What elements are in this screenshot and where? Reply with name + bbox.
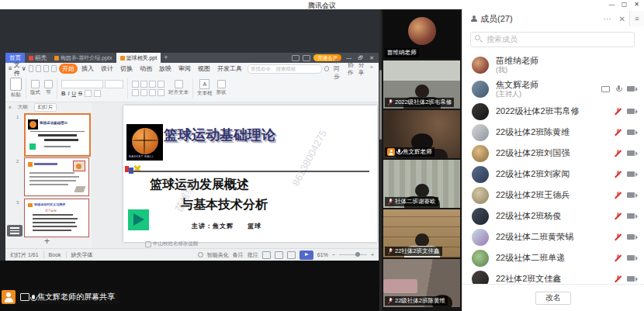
member-search-input[interactable] — [470, 32, 635, 47]
align-text-button[interactable]: 对齐文本 — [168, 80, 189, 96]
members-more-button[interactable]: ··· — [600, 15, 615, 23]
menu-item-视图[interactable]: 视图 — [195, 64, 213, 74]
strikethrough-button[interactable]: S — [78, 90, 82, 97]
member-row-1[interactable]: 苗维纳老师(我) — [462, 53, 644, 77]
save-icon[interactable] — [29, 65, 34, 72]
menu-item-动画[interactable]: 动画 — [137, 64, 155, 74]
reading-view-icon[interactable] — [287, 251, 296, 259]
highlight-color-icon[interactable] — [94, 90, 101, 97]
layout-icon — [31, 80, 40, 88]
zoom-out-button[interactable]: − — [332, 252, 335, 257]
video-strip-scrollbar[interactable] — [379, 9, 382, 311]
normal-view-icon[interactable] — [262, 251, 271, 259]
slide-thumbnail-panel: « 大纲 幻灯片 1 2 3 篮球运动基础理论 — [5, 102, 92, 248]
paragraph-tools[interactable] — [132, 81, 164, 96]
paste-button[interactable]: 粘贴 — [10, 78, 22, 98]
menu-item-开发工具[interactable]: 开发工具 — [214, 64, 245, 74]
member-row-11[interactable]: 22社体2班文佳鑫 — [462, 268, 644, 285]
shape-button[interactable]: 形状 — [216, 80, 227, 96]
document-tab-1[interactable]: 梅园养-茶叶介绍.pptx — [50, 53, 116, 63]
slide-thumbnail-1[interactable]: 篮球运动基础理论 — [24, 113, 91, 157]
member-row-3[interactable]: 2022级社体2班韦帛修 — [462, 101, 644, 122]
menu-item-开始[interactable]: 开始 — [59, 64, 78, 74]
menu-item-设计[interactable]: 设计 — [98, 64, 116, 74]
member-row-7[interactable]: 22级社体2班王德兵 — [462, 185, 644, 206]
menu-item-切换[interactable]: 切换 — [117, 64, 136, 74]
member-row-5[interactable]: 22级社体2班刘国强 — [462, 143, 644, 164]
tab-outline[interactable]: 大纲 — [15, 104, 31, 111]
new-tab-button[interactable]: + — [161, 53, 171, 63]
mic-icon — [615, 85, 621, 93]
redo-icon[interactable] — [51, 65, 57, 72]
font-color-icon[interactable] — [85, 90, 92, 97]
menu-item-插入[interactable]: 插入 — [78, 64, 97, 74]
print-icon[interactable] — [36, 65, 41, 72]
font-name-select[interactable] — [61, 80, 103, 88]
close-button[interactable]: ✕ — [631, 0, 642, 9]
member-row-4[interactable]: 22级社体2班陈黄维 — [462, 122, 644, 143]
mic-muted-icon — [387, 298, 393, 304]
video-tile-4[interactable]: 社体二班谢赛欧 — [383, 160, 460, 208]
zoom-slider[interactable] — [339, 254, 367, 256]
slide-sorter-button[interactable] — [7, 225, 23, 237]
avatar — [472, 166, 489, 183]
member-row-9[interactable]: 22级社体二班黄荣锡 — [462, 226, 644, 247]
member-name: 22社体2班文佳鑫 — [496, 274, 561, 284]
collapse-ribbon-icon[interactable]: ⌃ — [369, 65, 374, 72]
undo-icon[interactable] — [43, 65, 49, 72]
textbox-button[interactable]: A 文本框 — [197, 79, 213, 97]
camera-icon — [627, 276, 635, 282]
cloud-sync-icon — [324, 66, 329, 71]
tab-slides[interactable]: 幻灯片 — [34, 103, 57, 112]
video-tile-6[interactable]: 22级社体2班陈黄维 — [383, 259, 460, 307]
minimize-button[interactable]: — — [606, 0, 618, 9]
wps-docer-tab[interactable]: 稻壳 — [25, 53, 50, 63]
beautify-button[interactable]: 智能美化 — [207, 251, 229, 259]
member-row-6[interactable]: 22级社体2班刘家闻 — [462, 164, 644, 185]
avatar — [472, 187, 489, 204]
rename-button[interactable]: 改名 — [535, 292, 571, 305]
avatar — [472, 145, 489, 162]
video-tile-2[interactable]: 2022级社体2班韦帛修 — [383, 60, 460, 109]
current-slide[interactable]: BASKET BALL 篮球运动基础理论 篮球运动发展概述 与基本技术分析 主讲… — [123, 105, 377, 242]
slide-thumbnail-3[interactable]: 篮球运动的定义与演进 学习目标 — [24, 199, 89, 237]
command-search-input[interactable] — [248, 64, 322, 74]
section-button[interactable]: 节 — [44, 80, 53, 96]
member-name: 22级社体二班黄荣锡 — [496, 232, 573, 242]
menu-item-审阅[interactable]: 审阅 — [175, 64, 194, 74]
video-tile-3[interactable]: 焦文辉老师 — [383, 110, 460, 158]
menu-item-放映[interactable]: 放映 — [156, 64, 175, 74]
slide-thumbnail-2[interactable] — [24, 157, 89, 196]
wps-tab-bar: 首页 稻壳 梅园养-茶叶介绍.pptx篮球相关.ppt + 开通会员 — 🗗 ✕ — [5, 53, 379, 63]
slideshow-button[interactable] — [299, 251, 313, 260]
bold-button[interactable]: B — [61, 90, 65, 97]
layout-button[interactable]: 版式 — [30, 80, 40, 96]
comments-button[interactable]: 批注 — [248, 251, 258, 259]
members-title: 成员(27) — [480, 13, 513, 25]
mic-muted-icon — [614, 171, 621, 178]
member-row-10[interactable]: 22级社体二班单递 — [462, 247, 644, 268]
grid-view-icon[interactable] — [303, 55, 310, 61]
member-row-2[interactable]: 焦文辉老师(主持人) — [462, 77, 644, 101]
document-tab-2[interactable]: 篮球相关.ppt — [116, 53, 161, 63]
maximize-button[interactable]: ▢ — [618, 0, 630, 9]
zoom-in-button[interactable]: + — [371, 252, 374, 257]
members-close-button[interactable]: ✕ — [615, 15, 629, 23]
panel-menu-button[interactable]: ≡ — [629, 11, 644, 26]
underline-button[interactable]: U — [72, 90, 76, 97]
camera-icon — [627, 150, 635, 156]
add-slide-button[interactable]: + — [44, 236, 50, 247]
italic-button[interactable]: I — [68, 90, 69, 97]
video-tile-5[interactable]: 22社体2班文佳鑫 — [383, 209, 460, 257]
notes-button[interactable]: 备注 — [233, 251, 244, 259]
sorter-view-icon[interactable] — [275, 251, 283, 259]
split-view-icon[interactable] — [292, 55, 299, 61]
member-row-8[interactable]: 22级社体2班杨俊 — [462, 206, 644, 226]
share-banner-text: 焦文辉老师的屏幕共享 — [37, 292, 115, 302]
avatar — [472, 250, 489, 267]
collapse-panel-icon[interactable]: « — [9, 105, 12, 110]
video-tile-1[interactable]: 苗维纳老师 — [383, 11, 460, 59]
font-size-select[interactable] — [105, 80, 123, 88]
screen-share-banner[interactable]: 焦文辉老师的屏幕共享 — [2, 290, 119, 304]
missing-font-warning[interactable]: 缺失字体 — [71, 251, 93, 259]
